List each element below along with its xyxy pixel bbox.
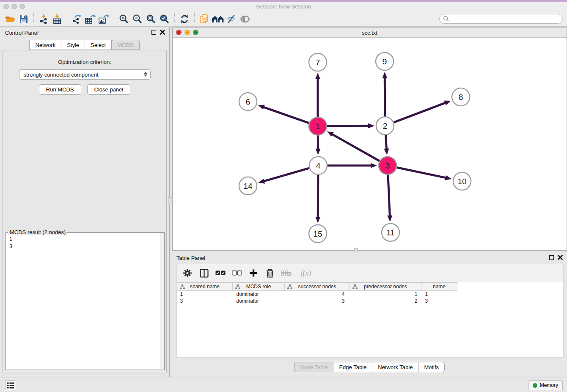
table-settings-button[interactable] — [181, 266, 194, 280]
column-header-successor-nodes[interactable]: successor nodes — [285, 283, 350, 291]
graph-node-14[interactable]: 14 — [239, 177, 257, 195]
graph-node-6[interactable]: 6 — [239, 93, 257, 110]
graph-node-15[interactable]: 15 — [309, 225, 327, 243]
graph-edge-2-8[interactable] — [394, 102, 446, 122]
open-session-button[interactable] — [3, 13, 17, 25]
graph-edge-2-3[interactable] — [385, 135, 386, 150]
unselect-all-columns-button[interactable] — [231, 266, 243, 280]
show-eye-button[interactable] — [238, 13, 252, 25]
save-session-button[interactable] — [17, 13, 30, 25]
table-panel-title: Table Panel — [176, 255, 205, 261]
zoom-fit-button[interactable] — [144, 13, 158, 25]
cell-shared-name[interactable]: 3 — [177, 298, 233, 304]
tab-motifs[interactable]: Motifs — [418, 362, 445, 372]
graph-node-4[interactable]: 4 — [309, 157, 327, 174]
close-panel-button[interactable]: Close panel — [87, 84, 131, 95]
table-row[interactable]: 3 dominator 3 2 3 — [177, 298, 457, 304]
result-item[interactable]: 1 — [9, 235, 161, 243]
toolbar-separator — [67, 13, 67, 25]
network-canvas[interactable]: 7968124314101511 — [173, 38, 567, 250]
criterion-select[interactable]: strongly connected component — [19, 69, 151, 80]
graph-node-9[interactable]: 9 — [376, 52, 394, 70]
cell-name[interactable]: 3 — [421, 298, 457, 304]
delete-rows-button[interactable] — [264, 266, 276, 280]
graph-node-1[interactable]: 1 — [309, 117, 327, 135]
graph-node-3[interactable]: 3 — [379, 157, 396, 174]
cell-successor-nodes[interactable]: 3 — [285, 298, 350, 304]
graph-edge-3-1[interactable] — [331, 134, 380, 161]
add-row-button[interactable] — [247, 266, 260, 280]
float-table-panel-icon[interactable] — [549, 255, 554, 260]
graph-edge-3-11[interactable] — [388, 175, 390, 217]
toolbar-separator — [33, 13, 34, 25]
zoom-selected-button[interactable] — [158, 13, 171, 25]
task-history-button[interactable] — [5, 380, 16, 390]
tab-network-table[interactable]: Network Table — [372, 362, 418, 372]
graph-node-8[interactable]: 8 — [452, 88, 470, 106]
panel-splitter-grip[interactable] — [168, 197, 171, 205]
tab-style[interactable]: Style — [61, 40, 85, 50]
run-mcds-button[interactable]: Run MCDS — [39, 84, 81, 95]
hide-panels-button[interactable] — [225, 13, 238, 25]
plus-icon — [249, 269, 258, 277]
clone-network-button[interactable] — [198, 13, 211, 25]
cell-successor-nodes[interactable]: 4 — [285, 291, 350, 298]
import-network-button[interactable] — [37, 13, 50, 25]
graph-edge-2-9[interactable] — [385, 77, 385, 116]
graph-edge-4-15[interactable] — [318, 175, 318, 218]
result-item[interactable]: 3 — [9, 243, 161, 250]
optimization-criterion-label: Optimization criterion: — [3, 59, 166, 65]
graph-node-7[interactable]: 7 — [309, 53, 327, 71]
graph-edge-arrowhead — [445, 175, 452, 180]
column-header-mcds-role[interactable]: MCDS role — [233, 283, 285, 291]
cell-mcds-role[interactable]: dominator — [233, 298, 285, 304]
first-neighbors-button[interactable] — [211, 13, 225, 25]
status-bar: Memory — [0, 378, 567, 392]
refresh-layout-button[interactable] — [178, 13, 191, 25]
toolbar-separator — [114, 13, 114, 25]
table-splitter-grip[interactable] — [354, 248, 358, 251]
cell-predecessor-nodes[interactable]: 1 — [350, 291, 421, 298]
graph-edge-4-14[interactable] — [263, 168, 309, 182]
show-column-button[interactable] — [198, 266, 210, 280]
cell-shared-name[interactable]: 1 — [177, 291, 233, 298]
graph-edge-arrowhead — [368, 123, 374, 128]
graph-node-2[interactable]: 2 — [376, 117, 394, 135]
result-scrollbar[interactable] — [160, 233, 164, 369]
select-all-columns-button[interactable] — [214, 266, 227, 280]
export-image-button[interactable] — [97, 13, 111, 25]
cell-name[interactable]: 1 — [421, 291, 457, 298]
export-network-button[interactable] — [70, 13, 84, 25]
search-input[interactable] — [452, 16, 558, 22]
graph-node-10[interactable]: 10 — [453, 172, 471, 190]
criterion-selected-value: strongly connected component — [24, 72, 99, 78]
zoom-out-button[interactable] — [131, 13, 144, 25]
float-panel-icon[interactable] — [151, 30, 156, 35]
cell-mcds-role[interactable]: dominator — [233, 291, 285, 298]
export-table-button[interactable] — [84, 13, 97, 25]
tab-mcds[interactable]: MCDS — [111, 40, 139, 50]
tab-network[interactable]: Network — [29, 40, 61, 50]
column-header-name[interactable]: name — [421, 283, 457, 291]
import-table-button[interactable] — [50, 13, 64, 25]
graph-node-11[interactable]: 11 — [382, 224, 399, 241]
table-row[interactable]: 1 dominator 4 1 1 — [177, 291, 457, 298]
tab-node-table[interactable]: Node Table — [294, 362, 334, 372]
close-panel-icon[interactable] — [160, 30, 165, 35]
graph-edge-3-10[interactable] — [397, 168, 447, 178]
tab-select[interactable]: Select — [85, 40, 112, 50]
graph-edge-1-6[interactable] — [263, 107, 309, 123]
graph-edge-1-2[interactable] — [327, 126, 369, 126]
tab-edge-table[interactable]: Edge Table — [333, 362, 372, 372]
delete-column-button-disabled — [280, 266, 293, 280]
cell-predecessor-nodes[interactable]: 2 — [350, 298, 421, 304]
select-chevrons-icon — [144, 72, 147, 77]
zoom-in-button[interactable] — [117, 13, 131, 25]
close-table-panel-icon[interactable] — [558, 255, 563, 260]
memory-button[interactable]: Memory — [528, 380, 563, 390]
column-header-predecessor-nodes[interactable]: predecessor nodes — [350, 283, 421, 291]
zoom-in-icon — [119, 14, 129, 24]
export-network-icon — [72, 14, 83, 24]
control-panel-title: Control Panel — [5, 30, 39, 36]
column-header-shared-name[interactable]: shared name — [177, 283, 233, 291]
